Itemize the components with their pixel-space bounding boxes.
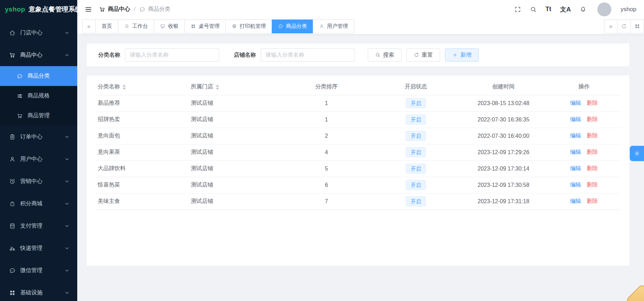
status-badge: 开启	[406, 196, 426, 206]
sidebar-item-store-center[interactable]: 门店中心	[0, 22, 77, 44]
cell-sort-order: 1	[281, 95, 372, 111]
delete-link[interactable]: 删除	[587, 198, 598, 204]
reset-button[interactable]: 重置	[406, 48, 440, 62]
sidebar-item-infrastructure[interactable]: 基础设施	[0, 282, 77, 301]
category-name-label: 分类名称	[98, 52, 120, 59]
sidebar-item-points-mall[interactable]: 积分商城	[0, 192, 77, 215]
comment-icon	[278, 24, 283, 29]
sidebar-item-marketing-center[interactable]: 营销中心	[0, 170, 77, 192]
col-sort-order: 分类排序	[281, 79, 372, 95]
breadcrumb-item-product-center[interactable]: 商品中心	[99, 6, 130, 13]
delete-link[interactable]: 删除	[587, 149, 598, 155]
sidebar-item-payment-manage[interactable]: 支付管理	[0, 215, 77, 237]
edit-link[interactable]: 编辑	[570, 198, 581, 204]
category-name-input[interactable]	[125, 48, 219, 62]
table-row: 惊喜热菜 测试店铺 6 开启 2023-12-09 17:30:58 编辑删除	[95, 177, 621, 193]
chevron-down-icon	[64, 267, 70, 274]
sidebar-item-label: 营销中心	[20, 178, 42, 185]
edit-link[interactable]: 编辑	[570, 133, 581, 138]
tab-printer-manage[interactable]: 打印机管理	[225, 19, 272, 33]
tab-options-button[interactable]	[630, 19, 644, 33]
col-category-name: 分类名称	[95, 79, 188, 95]
global-search-button[interactable]	[530, 6, 537, 13]
cell-store: 测试店铺	[188, 193, 281, 209]
edit-link[interactable]: 编辑	[570, 100, 581, 106]
tab-workbench[interactable]: 工作台	[118, 19, 154, 33]
edit-link[interactable]: 编辑	[570, 165, 581, 171]
col-label: 操作	[578, 84, 589, 89]
user-name[interactable]: yshop	[621, 6, 636, 13]
chevron-down-icon	[64, 200, 70, 207]
tab-product-category[interactable]: 商品分类	[272, 19, 313, 33]
cell-category-name: 意向果茶	[95, 144, 188, 160]
cell-created-time: 2022-07-30 16:40:00	[460, 128, 547, 144]
refresh-tab-button[interactable]	[617, 19, 631, 33]
mascot-widget[interactable]	[625, 284, 644, 301]
cell-created-time: 2023-12-09 17:31:18	[460, 193, 547, 209]
sidebar-item-user-center[interactable]: 用户中心	[0, 148, 77, 170]
delete-link[interactable]: 删除	[587, 165, 598, 171]
chevron-down-icon	[64, 245, 70, 252]
comment-icon	[139, 6, 145, 13]
shop-name-input[interactable]	[261, 48, 355, 62]
delete-link[interactable]: 删除	[587, 100, 598, 106]
cell-created-time: 2023-12-09 17:29:26	[460, 144, 547, 160]
fullscreen-button[interactable]	[514, 6, 521, 13]
tab-cashier[interactable]: 收银	[154, 19, 185, 33]
delete-link[interactable]: 删除	[587, 182, 598, 188]
sort-control[interactable]	[122, 85, 126, 90]
sidebar-item-product-center[interactable]: 商品中心	[0, 44, 77, 66]
col-label: 创建时间	[492, 84, 515, 89]
sidebar-item-label: 商品中心	[20, 52, 42, 59]
theme-settings-button[interactable]	[630, 146, 644, 161]
cell-store: 测试店铺	[188, 144, 281, 160]
sidebar-item-label: 门店中心	[20, 29, 42, 37]
tab-home[interactable]: 首页	[95, 19, 118, 33]
delete-link[interactable]: 删除	[587, 116, 598, 122]
tab-user-manage[interactable]: 用户管理	[313, 19, 354, 33]
sidebar-item-product-spec[interactable]: 商品规格	[0, 86, 77, 106]
avatar[interactable]	[597, 2, 611, 16]
tab-label: 打印机管理	[240, 23, 266, 30]
sidebar-item-wechat-manage[interactable]: 微信管理	[0, 259, 77, 282]
edit-link[interactable]: 编辑	[570, 149, 581, 155]
tabs-scroll-right-button[interactable]: »	[604, 19, 618, 33]
sort-control[interactable]	[216, 85, 219, 90]
cell-category-name: 意向面包	[95, 128, 188, 144]
sidebar-toggle-button[interactable]	[85, 6, 92, 13]
edit-link[interactable]: 编辑	[570, 116, 581, 122]
edit-link[interactable]: 编辑	[570, 182, 581, 188]
monitor-icon	[160, 24, 165, 29]
search-button[interactable]: 搜索	[368, 48, 401, 62]
sidebar-item-order-center[interactable]: 订单中心	[0, 126, 77, 148]
user-icon	[319, 24, 324, 29]
sidebar-item-express-manage[interactable]: 快递管理	[0, 237, 77, 259]
chevron-down-icon	[64, 30, 70, 36]
comment-icon	[9, 267, 16, 274]
add-button[interactable]: 新增	[445, 48, 479, 62]
refresh-icon	[414, 52, 419, 58]
bike-icon	[9, 245, 16, 252]
font-size-button[interactable]: Tt	[546, 6, 551, 13]
cell-store: 测试店铺	[188, 95, 281, 111]
sidebar-item-product-category[interactable]: 商品分类	[0, 66, 77, 86]
fullscreen-icon	[514, 6, 521, 13]
tab-label: 收银	[168, 23, 178, 30]
tab-table-number-manage[interactable]: 桌号管理	[184, 19, 226, 33]
table-header-row: 分类名称 所属门店 分类排序 开启状态 创建时间 操作	[95, 79, 621, 95]
sidebar-item-label: 基础设施	[20, 289, 42, 296]
table-row: 招牌热卖 测试店铺 1 开启 2022-07-30 16:36:35 编辑删除	[95, 111, 621, 128]
chevron-down-icon	[64, 134, 70, 140]
breadcrumb-item-product-category[interactable]: 商品分类	[139, 6, 170, 13]
sidebar-item-label: 商品管理	[27, 112, 50, 119]
tabs-scroll-left-button[interactable]: «	[82, 19, 96, 33]
grid-icon	[191, 24, 196, 29]
breadcrumb: 商品中心 / 商品分类	[99, 6, 170, 13]
cell-created-time: 2022-07-30 16:36:35	[460, 111, 547, 128]
col-label: 分类名称	[98, 84, 120, 89]
delete-link[interactable]: 删除	[587, 133, 598, 138]
translate-button[interactable]: 文A	[560, 5, 571, 14]
search-icon	[530, 6, 537, 13]
notification-button[interactable]	[580, 6, 587, 13]
sidebar-item-product-manage[interactable]: 商品管理	[0, 106, 77, 126]
